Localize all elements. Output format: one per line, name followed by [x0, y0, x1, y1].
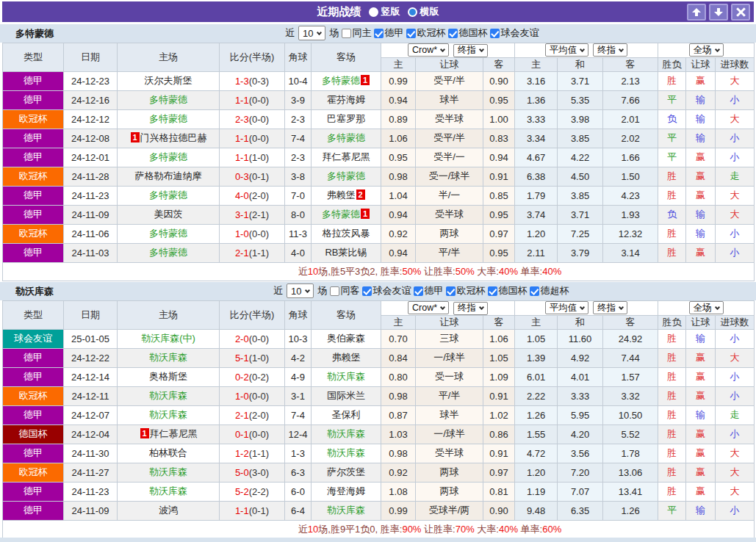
league-label: 欧冠杯 — [417, 26, 445, 40]
period-dropdown[interactable]: 全场 — [689, 43, 724, 57]
handicap-line: 一/球半 — [416, 348, 483, 367]
euro-draw-odds: 3.33 — [558, 386, 603, 405]
handicap-home-odds: 0.98 — [381, 444, 416, 463]
handicap-home-odds: 1.03 — [381, 424, 416, 444]
result-outcome: 负 — [658, 109, 686, 129]
period-dropdown[interactable]: 全场 — [689, 301, 724, 314]
odds-source-value: Crow* — [412, 303, 437, 313]
handicap-away-odds: 0.90 — [483, 501, 515, 520]
euro-home-odds: 1.39 — [515, 348, 558, 367]
euro-group-header: 平均值终指 — [515, 301, 658, 316]
result-goals: 小 — [716, 90, 755, 109]
match-row: 德甲24-11-09波鸿1-1(0-1)6-4勒沃库森0.99受球半/两0.90… — [3, 501, 755, 520]
result-handicap: 赢 — [686, 424, 716, 444]
league-checkbox[interactable] — [490, 29, 500, 38]
summary-label: 大率: — [475, 524, 499, 535]
result-handicap: 赢 — [686, 167, 716, 186]
competition-badge: 德甲 — [3, 501, 64, 520]
odds-source-dropdown[interactable]: Crow* — [408, 43, 449, 57]
euro-away-odds: 24.92 — [603, 329, 658, 348]
score-halftime: (2-1) — [249, 209, 269, 220]
handicap-line: 受平/半 — [416, 71, 483, 90]
odds-time-dropdown[interactable]: 终指 — [453, 44, 488, 57]
result-goals: 走 — [716, 167, 755, 186]
score-fulltime: 0-2 — [235, 372, 249, 383]
euro-home-odds: 6.01 — [515, 367, 558, 386]
team-name: 多特蒙德 — [149, 151, 187, 162]
near-label: 近 — [273, 284, 283, 297]
radio-horizontal-layout[interactable]: 横版 — [408, 5, 439, 18]
match-count-select[interactable]: 10 — [287, 283, 314, 298]
radio-selected-icon[interactable] — [408, 7, 417, 17]
result-goals: 小 — [716, 329, 755, 348]
team-name: 柏林联合 — [149, 447, 187, 458]
euro-draw-odds: 3.79 — [558, 243, 603, 262]
same-venue-label: 同主 — [352, 26, 371, 40]
match-row: 德甲24-11-23勒沃库森5-2(2-2)6-0海登海姆1.08两球0.811… — [3, 482, 755, 501]
result-goals: 大 — [716, 109, 755, 129]
result-outcome: 胜 — [658, 348, 686, 367]
league-checkbox[interactable] — [448, 29, 458, 38]
euro-source-dropdown[interactable]: 平均值 — [545, 301, 589, 314]
close-button[interactable] — [731, 4, 750, 21]
sub-header-euro-draw: 和 — [558, 57, 603, 71]
team-name: 多特蒙德 — [149, 247, 187, 258]
result-handicap: 赢 — [686, 348, 716, 367]
league-checkbox[interactable] — [362, 286, 372, 296]
match-score: 1-0(0-0) — [220, 224, 285, 243]
summary-label: 让胜率: — [421, 524, 455, 535]
result-goals: 小 — [716, 148, 755, 167]
move-down-button[interactable] — [709, 4, 728, 21]
euro-away-odds: 1.66 — [603, 148, 658, 167]
league-label: 欧冠杯 — [456, 284, 485, 297]
match-date: 24-11-23 — [64, 482, 118, 501]
score-fulltime: 1-1 — [235, 95, 249, 106]
away-team: 奥伯豪森 — [312, 329, 381, 348]
result-outcome: 胜 — [658, 386, 686, 405]
home-team: 多特蒙德 — [118, 224, 220, 243]
result-outcome: 胜 — [658, 329, 686, 348]
sub-header-euro-home: 主 — [515, 315, 558, 329]
odds-time-dropdown[interactable]: 终指 — [453, 302, 488, 315]
match-score: 0-3(0-1) — [220, 167, 285, 186]
league-checkbox[interactable] — [488, 286, 497, 296]
match-count-select[interactable]: 10 — [298, 26, 325, 40]
match-row: 德甲24-11-09美因茨3-1(2-1)8-0多特蒙德10.94受半球0.95… — [3, 205, 755, 224]
league-checkbox[interactable] — [446, 286, 456, 296]
league-checkbox[interactable] — [414, 286, 423, 296]
move-up-button[interactable] — [687, 4, 706, 21]
team-name: 弗赖堡 — [327, 189, 356, 200]
sub-header-handicap-home: 主 — [381, 57, 416, 71]
radio-vertical-layout[interactable]: 竖版 — [369, 5, 400, 18]
score-fulltime: 1-0 — [235, 391, 249, 402]
result-handicap: 输 — [686, 129, 716, 148]
chevron-down-icon — [479, 305, 484, 310]
away-team: 勒沃库森 — [312, 501, 381, 520]
euro-draw-odds: 3.71 — [558, 71, 603, 90]
result-goals: 大 — [716, 444, 755, 463]
sub-header-goals-result: 进球数 — [716, 57, 755, 71]
euro-home-odds: 1.79 — [515, 186, 558, 205]
euro-home-odds: 9.48 — [515, 501, 558, 520]
league-checkbox[interactable] — [530, 286, 539, 296]
score-halftime: (1-1) — [249, 247, 269, 259]
same-venue-checkbox[interactable] — [330, 286, 339, 296]
league-checkbox[interactable] — [374, 29, 384, 38]
euro-time-dropdown[interactable]: 终指 — [593, 43, 627, 57]
league-checkbox[interactable] — [406, 29, 416, 38]
summary-value: 60% — [542, 524, 561, 535]
summary-label: 场,胜9平1负0, 胜率: — [318, 524, 402, 535]
match-score: 1-1(1-0) — [220, 148, 285, 167]
euro-source-dropdown[interactable]: 平均值 — [545, 43, 589, 57]
radio-icon[interactable] — [369, 7, 378, 17]
away-team: 勒沃库森 — [312, 367, 381, 386]
handicap-group-header: Crow*终指 — [381, 301, 515, 316]
match-date: 24-12-12 — [64, 109, 118, 129]
euro-time-dropdown[interactable]: 终指 — [593, 301, 627, 314]
team-name: 巴塞罗那 — [327, 113, 365, 124]
handicap-home-odds: 0.98 — [381, 167, 416, 186]
score-fulltime: 2-0 — [235, 333, 249, 344]
period-value: 全场 — [694, 44, 712, 57]
same-venue-checkbox[interactable] — [342, 29, 351, 38]
odds-source-dropdown[interactable]: Crow* — [408, 301, 449, 314]
